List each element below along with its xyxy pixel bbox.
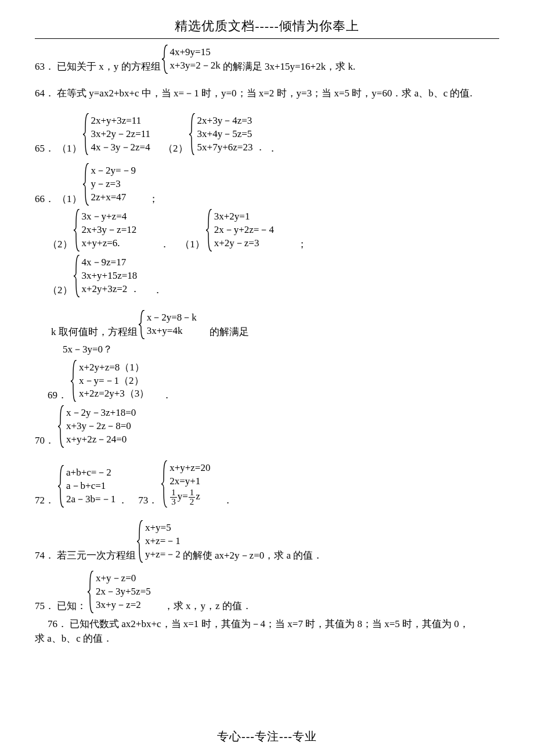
eq-line: 2x=y+1	[169, 475, 210, 488]
page: 精选优质文档-----倾情为你奉上 63． 已知关于 x，y 的方程组 4x+9…	[0, 0, 534, 756]
eq-line: x+y+z=6.	[82, 237, 137, 250]
text: 在等式 y=ax2+bx+c 中，当 x=－1 时，y=0；当 x=2 时，y=…	[57, 87, 472, 100]
problem-number: 65．	[35, 142, 55, 156]
text: 若三元一次方程组	[57, 549, 136, 563]
eq-line: a－b+c=1	[66, 480, 116, 493]
eq-line: x－2y=8－k	[147, 311, 197, 325]
problem-67-part2: （2） 4x－9z=17 3x+y+15z=18 x+2y+3z=2 ． ．	[48, 255, 499, 297]
problem-number: 70．	[35, 434, 55, 448]
problem-74: 74． 若三元一次方程组 x+y=5 x+z=－1 y+z=－2 的解使 ax+…	[35, 520, 499, 563]
eq-line: y－z=3	[91, 178, 136, 191]
brace-icon	[71, 360, 78, 402]
brace-icon	[74, 255, 81, 297]
equation-system: a+b+c=－2 a－b+c=1 2a－3b=－1	[58, 465, 117, 507]
brace-icon	[83, 113, 90, 156]
text: 已知代数式 ax2+bx+c，当 x=1 时，其值为－4；当 x=7 时，其值为…	[70, 618, 469, 629]
page-footer: 专心---专注---专业	[0, 729, 534, 744]
brace-icon	[83, 163, 90, 206]
problem-number: 69．	[48, 388, 67, 402]
brace-icon	[88, 571, 95, 613]
problem-76: 76．已知代数式 ax2+bx+c，当 x=1 时，其值为－4；当 x=7 时，…	[48, 617, 499, 646]
eq-line: 2z+x=47	[91, 191, 136, 204]
eq-line: 3x+2y－2z=11	[91, 128, 151, 141]
eq-line: x+z=－1	[145, 535, 181, 548]
brace-icon	[74, 209, 81, 251]
equation-system: 3x+2y=1 2x－y+2z=－4 x+2y－z=3	[206, 209, 275, 251]
eq-line: 2a－3b=－1	[66, 493, 116, 506]
page-header: 精选优质文档-----倾情为你奉上	[35, 17, 499, 39]
fraction: 1 3	[170, 488, 177, 506]
problem-k-line2: 5x－3y=0？	[63, 343, 499, 357]
period: ．	[268, 142, 277, 156]
eq-line: x+3y=2－2k	[170, 59, 221, 73]
eq-line: x+y=5	[145, 521, 181, 535]
text: 的解使 ax+2y－z=0，求 a 的值．	[183, 549, 323, 563]
problem-63: 63． 已知关于 x，y 的方程组 4x+9y=15 x+3y=2－2k 的解满…	[35, 45, 499, 74]
period: ．	[153, 283, 163, 297]
equation-system: 2x+3y－4z=3 3x+4y－5z=5 5x+7y+6z=23 ．	[189, 113, 266, 156]
eq-line: 2x+y+3z=11	[91, 114, 151, 128]
text: 已知：	[57, 599, 86, 613]
semicolon: ；	[149, 192, 158, 206]
problem-number: 76．	[48, 618, 67, 629]
problem-number: 75．	[35, 599, 55, 613]
text: 的解满足 3x+15y=16+2k，求 k.	[223, 60, 356, 74]
brace-icon	[137, 520, 144, 563]
eq-line: x+y+2z－24=0	[66, 433, 136, 447]
eq-line: 4x－9z=17	[82, 256, 140, 269]
eq-line: 4x+9y=15	[170, 46, 221, 59]
problem-number: 74．	[35, 549, 55, 563]
text: 5x－3y=0？	[63, 343, 113, 357]
text: 求 a、b、c 的值．	[35, 633, 113, 644]
period: ．	[223, 494, 233, 507]
equation-system: 3x－y+z=4 2x+3y－z=12 x+y+z=6.	[74, 209, 138, 251]
eq-line: x－y=－1（2）	[79, 375, 149, 388]
period: ．	[118, 494, 128, 507]
content: 63． 已知关于 x，y 的方程组 4x+9y=15 x+3y=2－2k 的解满…	[35, 45, 499, 646]
eq-line: 3x+y=4k	[147, 325, 197, 338]
problem-number: 73．	[138, 494, 158, 507]
brace-icon	[58, 465, 65, 507]
equation-system: x+y=5 x+z=－1 y+z=－2	[137, 520, 182, 563]
text: ，求 x，y，z 的值．	[164, 599, 252, 613]
eq-line: x－2y=－9	[91, 164, 136, 178]
problem-66-part2: （2） 3x－y+z=4 2x+3y－z=12 x+y+z=6. ． （1）	[48, 209, 499, 251]
brace-icon	[161, 460, 168, 507]
eq-line: x+y－z=0	[96, 572, 151, 585]
equation-system: x－2y=8－k 3x+y=4k	[139, 310, 198, 339]
equation-system: 2x+y+3z=11 3x+2y－2z=11 4x－3y－2z=4	[83, 113, 152, 156]
problem-64: 64． 在等式 y=ax2+bx+c 中，当 x=－1 时，y=0；当 x=2 …	[35, 87, 499, 100]
part-label: （1）	[57, 142, 82, 156]
eq-line: 2x+3y－4z=3	[197, 114, 265, 128]
equation-system: x+y+z=20 2x=y+1 1 3 y= 1 2 z	[161, 460, 211, 507]
part-label: （2）	[48, 283, 73, 297]
eq-line: 4x－3y－2z=4	[91, 141, 151, 154]
equation-system: 4x+9y=15 x+3y=2－2k	[162, 45, 222, 74]
text: k 取何值时，方程组	[51, 325, 138, 339]
period: ．	[160, 237, 169, 251]
part-label: （2）	[163, 142, 188, 156]
fraction: 1 2	[189, 488, 196, 506]
eq-line: 3x－y+z=4	[82, 210, 137, 224]
equation-system: x+y－z=0 2x－3y+5z=5 3x+y－z=2	[88, 571, 152, 613]
eq-line: 1 3 y= 1 2 z	[169, 488, 210, 506]
equation-system: x+2y+z=8（1） x－y=－1（2） x+2z=2y+3（3）	[71, 360, 150, 402]
period: ．	[162, 388, 172, 402]
part-label: （2）	[48, 237, 73, 251]
eq-line: x+y+z=20	[169, 462, 210, 475]
problem-65: 65． （1） 2x+y+3z=11 3x+2y－2z=11 4x－3y－2z=…	[35, 113, 499, 156]
eq-line: x－2y－3z+18=0	[66, 406, 136, 420]
equation-system: 4x－9z=17 3x+y+15z=18 x+2y+3z=2 ．	[74, 255, 141, 297]
brace-icon	[162, 45, 169, 74]
eq-line: x+2z=2y+3（3）	[79, 387, 149, 401]
eq-line: 3x+2y=1	[214, 210, 274, 224]
problem-number: 66．	[35, 192, 55, 206]
problem-k: k 取何值时，方程组 x－2y=8－k 3x+y=4k 的解满足	[51, 310, 499, 339]
problem-number: 64．	[35, 87, 55, 100]
brace-icon	[139, 310, 146, 339]
brace-icon	[189, 113, 196, 156]
problem-72-73: 72． a+b+c=－2 a－b+c=1 2a－3b=－1 ． 73．	[35, 460, 499, 507]
eq-line: 2x－y+2z=－4	[214, 224, 274, 237]
equation-system: x－2y－3z+18=0 x+3y－2z－8=0 x+y+2z－24=0	[58, 405, 137, 448]
problem-number: 72．	[35, 494, 55, 507]
